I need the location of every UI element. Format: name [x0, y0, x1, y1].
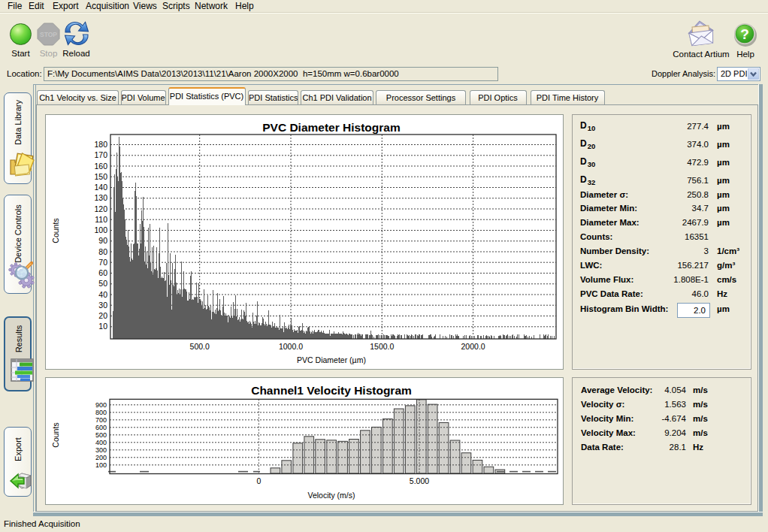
svg-text:PVC Diameter Histogram: PVC Diameter Histogram — [262, 121, 400, 134]
svg-text:5.000: 5.000 — [410, 476, 429, 485]
svg-text:700: 700 — [95, 416, 107, 424]
svg-text:70: 70 — [98, 258, 107, 267]
svg-text:900: 900 — [95, 401, 107, 409]
svg-text:500: 500 — [95, 431, 107, 439]
svg-text:0: 0 — [256, 476, 261, 485]
svg-text:800: 800 — [95, 409, 107, 416]
svg-text:1500.0: 1500.0 — [370, 342, 394, 351]
svg-text:180: 180 — [94, 140, 107, 149]
svg-text:Velocity (m/s): Velocity (m/s) — [307, 491, 355, 500]
svg-text:150: 150 — [94, 172, 107, 181]
svg-text:50: 50 — [98, 279, 107, 288]
svg-text:1000.0: 1000.0 — [279, 342, 303, 351]
svg-text:140: 140 — [94, 183, 107, 192]
svg-text:100: 100 — [95, 461, 107, 469]
svg-text:110: 110 — [95, 215, 107, 224]
svg-text:Channel1 Velocity Histogram: Channel1 Velocity Histogram — [251, 384, 412, 397]
svg-text:130: 130 — [94, 193, 107, 202]
svg-text:100: 100 — [94, 225, 107, 234]
svg-text:600: 600 — [95, 424, 107, 431]
svg-text:120: 120 — [94, 204, 107, 213]
svg-text:2000.0: 2000.0 — [461, 342, 485, 351]
svg-text:200: 200 — [95, 454, 107, 461]
svg-text:Counts: Counts — [51, 218, 60, 243]
svg-text:STOP: STOP — [40, 31, 57, 38]
svg-text:90: 90 — [98, 236, 107, 245]
svg-text:170: 170 — [94, 150, 107, 159]
svg-text:60: 60 — [98, 268, 107, 277]
svg-text:40: 40 — [98, 290, 107, 299]
svg-text:500.0: 500.0 — [190, 342, 210, 351]
svg-text:30: 30 — [98, 301, 107, 310]
svg-text:400: 400 — [95, 439, 107, 446]
svg-text:20: 20 — [98, 311, 107, 320]
svg-text:80: 80 — [98, 247, 107, 256]
svg-text:Counts: Counts — [51, 422, 60, 447]
svg-text:?: ? — [740, 26, 749, 42]
svg-text:PVC Diameter (µm): PVC Diameter (µm) — [297, 355, 366, 364]
svg-text:160: 160 — [94, 162, 107, 171]
svg-text:10: 10 — [98, 322, 107, 331]
svg-text:300: 300 — [95, 446, 107, 454]
